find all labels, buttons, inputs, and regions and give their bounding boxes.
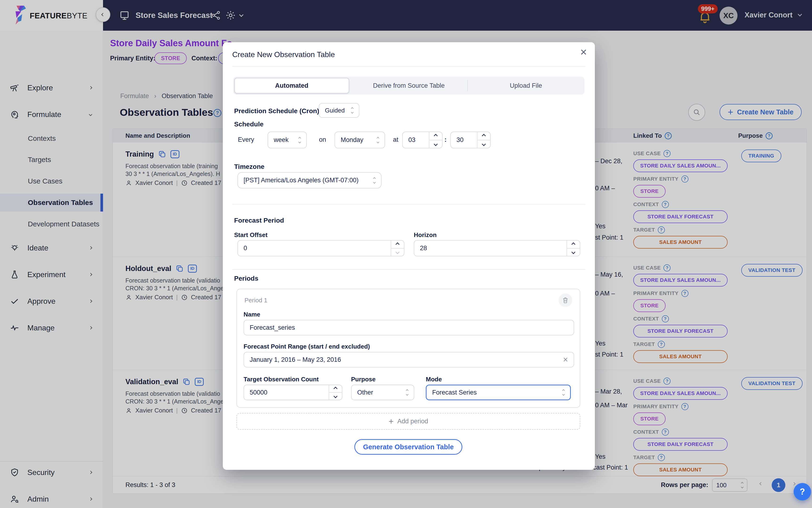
modal-tabs: Automated Derive from Source Table Uploa… bbox=[233, 77, 584, 94]
trash-icon bbox=[562, 297, 569, 304]
colon-separator: : bbox=[444, 136, 447, 143]
start-offset-stepper[interactable]: 0 bbox=[237, 240, 404, 256]
minute-value: 30 bbox=[451, 132, 477, 148]
app-window: Store Sales Forecast 999+ XC Xavier Cono… bbox=[0, 0, 812, 508]
hour-value: 03 bbox=[403, 132, 429, 148]
minute-stepper[interactable]: 30 bbox=[450, 132, 491, 149]
every-unit-select[interactable]: week bbox=[268, 132, 307, 149]
increment-start-offset-button[interactable] bbox=[391, 241, 404, 248]
period-title: Period 1 bbox=[244, 297, 267, 304]
select-chevrons-icon bbox=[299, 137, 301, 143]
mode-select[interactable]: Forecast Series bbox=[426, 385, 571, 400]
cron-mode-select[interactable]: Guided bbox=[319, 103, 359, 118]
select-chevrons-icon bbox=[351, 108, 353, 113]
tab-derive-from-source-table[interactable]: Derive from Source Table bbox=[350, 77, 467, 94]
period-name-label: Name bbox=[243, 311, 260, 318]
help-fab-button[interactable]: ? bbox=[794, 483, 811, 501]
periods-heading: Periods bbox=[234, 275, 258, 282]
decrement-hour-button[interactable] bbox=[430, 140, 442, 148]
section-divider bbox=[232, 269, 585, 270]
at-label: at bbox=[393, 136, 399, 143]
select-chevrons-icon bbox=[377, 137, 379, 143]
increment-hour-button[interactable] bbox=[430, 132, 442, 140]
period-purpose-label: Purpose bbox=[351, 376, 375, 383]
period-name-input[interactable]: Forecast_series bbox=[243, 320, 574, 335]
start-offset-label: Start Offset bbox=[234, 231, 268, 239]
modal-title: Create New Observation Table bbox=[232, 50, 335, 59]
decrement-horizon-button[interactable] bbox=[567, 248, 580, 256]
select-chevrons-icon bbox=[562, 390, 565, 395]
clear-range-icon[interactable]: × bbox=[563, 355, 568, 365]
tab-automated[interactable]: Automated bbox=[234, 78, 349, 93]
forecast-point-range-input[interactable]: January 1, 2016 – May 23, 2016 × bbox=[243, 352, 574, 368]
section-divider bbox=[232, 204, 585, 205]
select-chevrons-icon bbox=[406, 390, 408, 395]
schedule-label: Schedule bbox=[234, 121, 263, 128]
tab-divider bbox=[467, 80, 468, 91]
increment-horizon-button[interactable] bbox=[567, 241, 580, 248]
period-card: Period 1 Name Forecast_series Forecast P… bbox=[236, 289, 580, 408]
add-period-button[interactable]: + Add period bbox=[236, 413, 580, 430]
decrement-minute-button[interactable] bbox=[478, 140, 490, 148]
timezone-select[interactable]: [PST] America/Los Angeles (GMT-07:00) bbox=[237, 172, 381, 188]
every-label: Every bbox=[238, 136, 254, 143]
prediction-schedule-label: Prediction Schedule (Cron) bbox=[234, 107, 319, 115]
horizon-value: 28 bbox=[414, 241, 567, 256]
select-chevrons-icon bbox=[373, 178, 375, 183]
hour-stepper[interactable]: 03 bbox=[402, 132, 443, 149]
decrement-start-offset-button[interactable] bbox=[391, 248, 404, 256]
forecast-period-heading: Forecast Period bbox=[234, 217, 284, 224]
delete-period-button[interactable] bbox=[558, 293, 572, 307]
horizon-label: Horizon bbox=[414, 231, 437, 239]
increment-count-button[interactable] bbox=[329, 385, 342, 392]
target-observation-count-label: Target Observation Count bbox=[243, 376, 319, 383]
day-of-week-select[interactable]: Monday bbox=[334, 132, 385, 149]
close-icon[interactable]: × bbox=[580, 46, 587, 58]
start-offset-value: 0 bbox=[238, 241, 391, 256]
create-observation-table-modal: Create New Observation Table × Automated… bbox=[223, 42, 595, 470]
modal-divider bbox=[232, 66, 585, 67]
plus-icon: + bbox=[389, 417, 394, 426]
target-observation-count-stepper[interactable]: 50000 bbox=[243, 385, 342, 400]
decrement-count-button[interactable] bbox=[329, 392, 342, 400]
period-purpose-select[interactable]: Other bbox=[351, 385, 414, 400]
forecast-point-range-label: Forecast Point Range (start / end exclud… bbox=[243, 343, 370, 350]
mode-label: Mode bbox=[426, 376, 442, 383]
generate-observation-table-button[interactable]: Generate Observation Table bbox=[354, 439, 462, 455]
tab-upload-file[interactable]: Upload File bbox=[467, 77, 584, 94]
increment-minute-button[interactable] bbox=[478, 132, 490, 140]
count-value: 50000 bbox=[244, 385, 329, 400]
horizon-stepper[interactable]: 28 bbox=[414, 240, 580, 256]
on-label: on bbox=[319, 136, 326, 143]
timezone-label: Timezone bbox=[234, 163, 265, 171]
